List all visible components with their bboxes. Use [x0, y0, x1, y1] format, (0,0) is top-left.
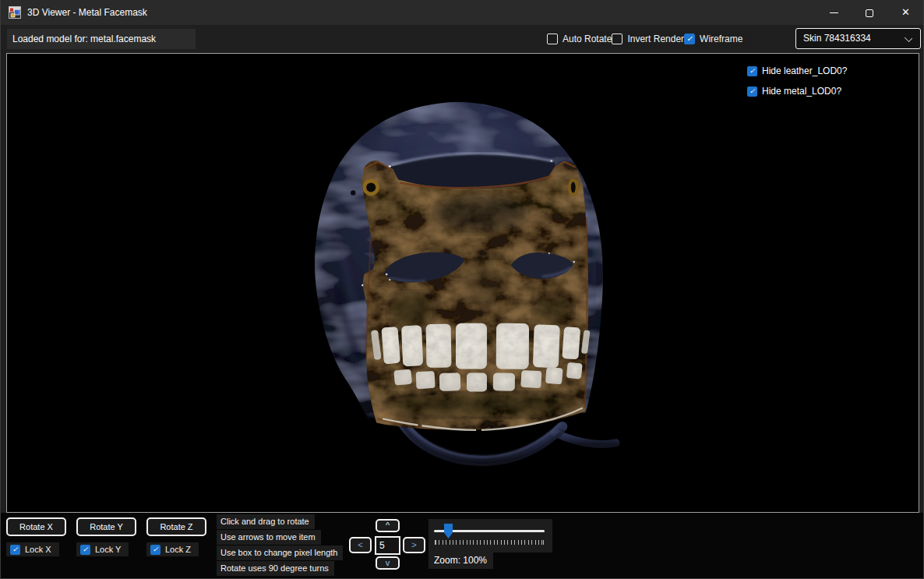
close-icon: ✕ [901, 6, 910, 18]
rotate-x-button[interactable]: Rotate X [6, 517, 66, 536]
checkbox-lock-x[interactable]: ✓ Lock X [6, 542, 59, 556]
skin-dropdown[interactable]: Skin 784316334 [795, 28, 921, 49]
rivet-hole-left [365, 181, 378, 194]
titlebar[interactable]: 3D Viewer - Metal Facemask ✕ [1, 0, 923, 25]
zoom-slider-panel [428, 519, 552, 553]
maximize-button[interactable] [852, 0, 887, 25]
rivet-hole-right [570, 180, 577, 195]
checkbox-hide-metal-lod0[interactable]: ✓ Hide metal_LOD0? [747, 86, 841, 97]
app-icon [9, 6, 21, 19]
zoom-slider-thumb[interactable] [444, 524, 453, 538]
zoom-slider-ticks [435, 540, 544, 545]
checkbox-box [612, 34, 622, 44]
check-icon: ✓ [686, 35, 693, 43]
rotate-y-button[interactable]: Rotate Y [76, 517, 136, 536]
check-icon: ✓ [12, 545, 19, 553]
checkbox-box: ✓ [10, 545, 20, 555]
model-render[interactable] [7, 54, 919, 512]
bottom-toolbar: Rotate X Rotate Y Rotate Z ✓ Lock X ✓ Lo… [1, 513, 923, 579]
minimize-icon [830, 12, 838, 13]
move-up-button[interactable]: ^ [376, 519, 400, 532]
app-window: 3D Viewer - Metal Facemask ✕ Loaded mode… [0, 0, 924, 579]
checkbox-wireframe[interactable]: ✓ Wireframe [684, 34, 742, 44]
checkbox-box: ✓ [747, 66, 757, 76]
help-line: Rotate uses 90 degree turns [217, 561, 334, 576]
minimize-button[interactable] [816, 0, 852, 25]
checkbox-lock-y[interactable]: ✓ Lock Y [76, 542, 129, 556]
help-line: Click and drag to rotate [217, 514, 315, 529]
move-left-button[interactable]: < [349, 537, 372, 553]
checkbox-invert-render[interactable]: Invert Render [612, 34, 684, 44]
checkbox-box: ✓ [747, 86, 757, 97]
help-line: Use arrows to move item [217, 530, 321, 545]
check-icon: ✓ [749, 67, 756, 75]
window-title: 3D Viewer - Metal Facemask [27, 0, 147, 25]
pixel-length-input[interactable] [375, 536, 400, 555]
metal-mask [361, 161, 591, 430]
move-down-button[interactable]: v [376, 556, 400, 570]
top-toolbar: Loaded model for: metal.facemask Auto Ro… [1, 25, 923, 53]
zoom-percentage-label: Zoom: 100% [428, 553, 493, 569]
move-right-button[interactable]: > [403, 537, 425, 553]
checkbox-hide-leather-lod0[interactable]: ✓ Hide leather_LOD0? [747, 65, 847, 76]
render-viewport[interactable]: ✓ Hide leather_LOD0? ✓ Hide metal_LOD0? [6, 53, 919, 513]
maximize-icon [866, 9, 873, 17]
checkbox-box: ✓ [80, 545, 90, 555]
close-button[interactable]: ✕ [887, 0, 924, 25]
help-line: Use box to change pixel length [217, 545, 343, 560]
check-icon: ✓ [749, 87, 756, 95]
check-icon: ✓ [83, 545, 89, 553]
checkbox-auto-rotate[interactable]: Auto Rotate [547, 34, 612, 44]
checkbox-box [547, 34, 558, 44]
chevron-down-icon [905, 34, 912, 42]
check-icon: ✓ [153, 545, 159, 553]
skin-dropdown-value: Skin 784316334 [803, 33, 871, 44]
painted-teeth [371, 323, 591, 392]
loaded-model-textbox[interactable]: Loaded model for: metal.facemask [7, 29, 196, 49]
help-text: Click and drag to rotate Use arrows to m… [217, 514, 343, 577]
rotate-z-button[interactable]: Rotate Z [146, 517, 206, 536]
checkbox-box: ✓ [150, 545, 160, 555]
render-options: Auto Rotate Invert Render ✓ Wireframe [542, 30, 753, 48]
checkbox-box: ✓ [684, 34, 695, 44]
checkbox-lock-z[interactable]: ✓ Lock Z [146, 542, 199, 556]
